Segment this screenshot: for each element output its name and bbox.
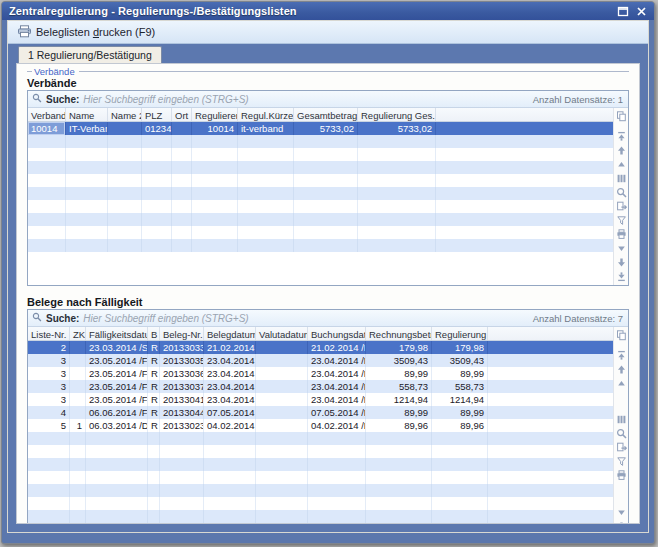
column-header[interactable]: Beleg-Nr. <box>160 327 204 340</box>
table-row[interactable]: 406.06.2014 /FrR2013304407.05.2014 /Mi07… <box>28 406 613 419</box>
row-down-icon[interactable] <box>615 506 627 518</box>
table-row-empty[interactable] <box>28 200 613 213</box>
row-down-icon[interactable] <box>615 242 627 254</box>
table-cell <box>432 445 488 458</box>
column-header[interactable]: Regulierung Ges. € <box>358 108 436 121</box>
filter-icon[interactable] <box>615 456 627 468</box>
table-cell: R <box>148 393 160 406</box>
close-window-icon[interactable] <box>636 6 647 17</box>
table-row[interactable]: 5106.03.2014 /DoR2013302304.02.2014 /Di0… <box>28 419 613 432</box>
table-row[interactable]: 323.05.2014 /FrR2013303723.04.2014 /Mi23… <box>28 380 613 393</box>
column-header[interactable]: PLZ <box>142 108 172 121</box>
table-row-empty[interactable] <box>28 213 613 226</box>
table-cell <box>238 226 294 239</box>
search-input[interactable]: Hier Suchbegriff eingeben (STRG+S) <box>83 94 528 105</box>
scroll-down-icon[interactable] <box>615 256 627 268</box>
filter-icon[interactable] <box>615 214 627 226</box>
column-header[interactable]: Liste-Nr.▼ <box>28 327 70 340</box>
table-cell <box>28 148 66 161</box>
row-up-icon[interactable] <box>615 158 627 170</box>
table-row[interactable]: 223.03.2014 /SoR2013303321.02.2014 /Fr21… <box>28 341 613 354</box>
table-cell <box>28 226 66 239</box>
table-cell <box>108 239 142 252</box>
row-up-icon[interactable] <box>615 377 627 389</box>
table-row[interactable]: 10014IT-Verband01234510014it-verband5733… <box>28 122 613 135</box>
table-row[interactable]: 323.05.2014 /FrR2013303623.04.2014 /Mi23… <box>28 367 613 380</box>
table-cell: 20133044 <box>160 406 204 419</box>
search-icon[interactable] <box>615 186 627 198</box>
verbaende-search-bar[interactable]: Suche: Hier Suchbegriff eingeben (STRG+S… <box>28 91 628 108</box>
table-row-empty[interactable] <box>28 187 613 200</box>
scroll-bottom-icon[interactable] <box>615 270 627 282</box>
table-cell: 04.02.2014 /Di <box>308 419 366 432</box>
column-header[interactable]: ZK <box>70 327 86 340</box>
column-header[interactable]: Ort <box>172 108 192 121</box>
search-icon[interactable] <box>615 428 627 440</box>
columns-icon[interactable] <box>615 172 627 184</box>
copy-icon[interactable] <box>615 110 627 122</box>
table-row-empty[interactable] <box>28 148 613 161</box>
scroll-up-icon[interactable] <box>615 363 627 375</box>
table-row[interactable]: 323.05.2014 /FrR2013303523.04.2014 /Mi23… <box>28 354 613 367</box>
table-cell <box>192 187 238 200</box>
table-cell <box>366 458 432 471</box>
print-icon[interactable] <box>615 470 627 482</box>
table-row-empty[interactable] <box>28 161 613 174</box>
scroll-down-icon[interactable] <box>615 520 627 524</box>
column-header[interactable]: Name <box>66 108 108 121</box>
column-header[interactable]: Name 2 <box>108 108 142 121</box>
export-icon[interactable] <box>615 442 627 454</box>
table-cell <box>204 523 256 524</box>
table-row-empty[interactable] <box>28 523 613 524</box>
column-header[interactable]: Regulierer <box>192 108 238 121</box>
print-lists-button[interactable]: Beleglisten drucken (F9) <box>12 22 163 43</box>
table-row-empty[interactable] <box>28 174 613 187</box>
table-row[interactable]: 323.05.2014 /FrR2013304123.04.2014 /Mi23… <box>28 393 613 406</box>
table-row-empty[interactable] <box>28 471 613 484</box>
column-header[interactable]: Buchungsdatum <box>308 327 366 340</box>
table-row-empty[interactable] <box>28 135 613 148</box>
column-header[interactable]: Valutadatum <box>256 327 308 340</box>
column-header[interactable]: Gesamtbetrag € <box>294 108 358 121</box>
copy-icon[interactable] <box>615 329 627 341</box>
search-input[interactable]: Hier Suchbegriff eingeben (STRG+S) <box>83 313 528 324</box>
table-cell <box>70 497 86 510</box>
table-cell <box>142 239 172 252</box>
scroll-top-icon[interactable] <box>615 130 627 142</box>
table-cell <box>204 484 256 497</box>
table-row-empty[interactable] <box>28 239 613 252</box>
scroll-top-icon[interactable] <box>615 349 627 361</box>
table-cell <box>366 523 432 524</box>
column-header-filler <box>436 108 613 121</box>
table-cell <box>358 200 436 213</box>
table-cell <box>432 497 488 510</box>
table-row-empty[interactable] <box>28 497 613 510</box>
table-cell <box>172 161 192 174</box>
table-cell <box>432 510 488 523</box>
table-row-empty[interactable] <box>28 484 613 497</box>
table-cell <box>172 135 192 148</box>
column-header[interactable]: Verband <box>28 108 66 121</box>
export-icon[interactable] <box>615 200 627 212</box>
column-header[interactable]: B <box>148 327 160 340</box>
verbaende-grid: Suche: Hier Suchbegriff eingeben (STRG+S… <box>27 90 629 286</box>
table-row-empty[interactable] <box>28 510 613 523</box>
table-cell <box>192 174 238 187</box>
column-header[interactable]: Fälligkeitsdatum <box>86 327 148 340</box>
column-header[interactable]: Regulierung € <box>432 327 488 340</box>
table-row-empty[interactable] <box>28 458 613 471</box>
table-row-empty[interactable] <box>28 226 613 239</box>
restore-window-icon[interactable] <box>617 6 629 17</box>
title-bar[interactable]: Zentralregulierung - Regulierungs-/Bestä… <box>2 2 654 20</box>
columns-icon[interactable] <box>615 414 627 426</box>
column-header[interactable]: Belegdatum <box>204 327 256 340</box>
column-header[interactable]: Rechnungsbetrag € <box>366 327 432 340</box>
table-row-empty[interactable] <box>28 445 613 458</box>
belege-search-bar[interactable]: Suche: Hier Suchbegriff eingeben (STRG+S… <box>28 310 628 327</box>
table-row-empty[interactable] <box>28 432 613 445</box>
tab-regulierung-bestaetigung[interactable]: 1 Regulierung/Bestätigung <box>18 46 162 63</box>
print-icon[interactable] <box>615 228 627 240</box>
table-cell <box>294 213 358 226</box>
scroll-up-icon[interactable] <box>615 144 627 156</box>
column-header[interactable]: Regul.Kürzel <box>238 108 294 121</box>
